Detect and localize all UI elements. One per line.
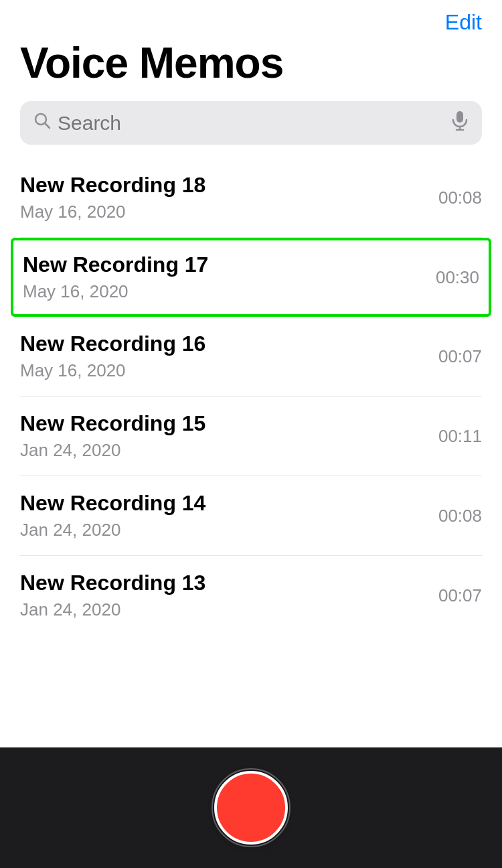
recording-item-18[interactable]: New Recording 18 May 16, 2020 00:08 — [20, 158, 482, 238]
search-input[interactable] — [58, 112, 444, 135]
recordings-list: New Recording 18 May 16, 2020 00:08 New … — [0, 158, 502, 627]
microphone-icon[interactable] — [451, 111, 469, 135]
svg-rect-2 — [456, 111, 463, 123]
recording-date: Jan 24, 2020 — [20, 520, 205, 540]
recording-item-13[interactable]: New Recording 13 Jan 24, 2020 00:07 — [20, 556, 482, 627]
recording-item-16[interactable]: New Recording 16 May 16, 2020 00:07 — [20, 317, 482, 396]
recording-info: New Recording 13 Jan 24, 2020 — [20, 571, 205, 620]
recording-item-17[interactable]: New Recording 17 May 16, 2020 00:30 — [11, 238, 491, 317]
recording-info: New Recording 17 May 16, 2020 — [23, 252, 208, 302]
recording-date: May 16, 2020 — [20, 360, 205, 381]
recording-item-15[interactable]: New Recording 15 Jan 24, 2020 00:11 — [20, 396, 482, 476]
recording-date: May 16, 2020 — [20, 202, 205, 222]
recording-info: New Recording 16 May 16, 2020 — [20, 332, 205, 381]
record-button[interactable] — [214, 771, 288, 845]
search-icon — [33, 112, 51, 134]
recording-name: New Recording 15 — [20, 411, 205, 436]
bottom-bar — [0, 747, 502, 868]
recording-date: Jan 24, 2020 — [20, 440, 205, 461]
recording-name: New Recording 18 — [20, 173, 205, 198]
recording-name: New Recording 14 — [20, 491, 205, 516]
recording-info: New Recording 18 May 16, 2020 — [20, 173, 205, 222]
recording-info: New Recording 15 Jan 24, 2020 — [20, 411, 205, 461]
recording-date: May 16, 2020 — [23, 281, 208, 302]
recording-duration: 00:30 — [436, 267, 479, 288]
edit-button-container: Edit — [0, 0, 502, 38]
recording-name: New Recording 16 — [20, 332, 205, 356]
recording-duration: 00:08 — [438, 188, 482, 208]
recording-info: New Recording 14 Jan 24, 2020 — [20, 491, 205, 540]
recording-duration: 00:07 — [438, 585, 482, 606]
recording-duration: 00:07 — [438, 346, 482, 367]
recording-duration: 00:11 — [438, 426, 482, 447]
search-bar[interactable] — [20, 101, 482, 145]
page-title: Voice Memos — [0, 38, 502, 101]
svg-line-1 — [45, 123, 50, 128]
edit-button[interactable]: Edit — [445, 10, 482, 34]
recording-name: New Recording 17 — [23, 252, 208, 277]
recording-duration: 00:08 — [438, 506, 482, 526]
recording-date: Jan 24, 2020 — [20, 599, 205, 620]
recording-item-14[interactable]: New Recording 14 Jan 24, 2020 00:08 — [20, 476, 482, 556]
recording-name: New Recording 13 — [20, 571, 205, 595]
